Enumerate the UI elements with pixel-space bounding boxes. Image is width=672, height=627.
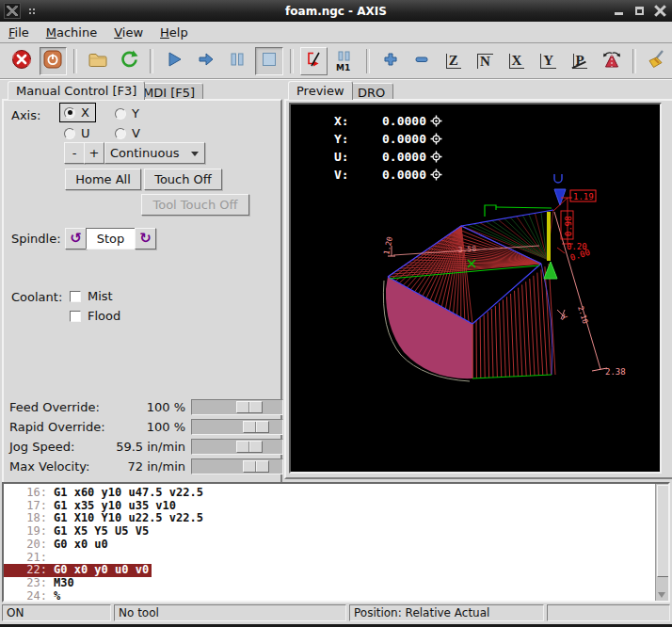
- gcode-line[interactable]: 24:%: [4, 590, 63, 603]
- axis-radio-u[interactable]: U: [64, 126, 90, 140]
- gcode-line[interactable]: 16:G1 x60 y10 u47.5 v22.5: [4, 487, 206, 500]
- view-perspective-button[interactable]: P: [566, 47, 594, 75]
- radio-indicator: [115, 108, 126, 120]
- slider-thumb[interactable]: [236, 401, 263, 413]
- view-perspective-icon: P: [573, 54, 587, 69]
- menu-file[interactable]: File: [0, 24, 38, 41]
- pause-button[interactable]: [224, 47, 252, 75]
- homed-crosshair-icon: [430, 169, 442, 181]
- view-y-button[interactable]: Y: [535, 47, 563, 75]
- jog-plus-button[interactable]: +: [84, 142, 104, 164]
- slider-thumb[interactable]: [243, 421, 269, 433]
- reload-icon: [120, 49, 140, 73]
- scrollbar-down-arrow[interactable]: [658, 592, 665, 598]
- max-velocity-slider[interactable]: [191, 458, 283, 474]
- home-all-button[interactable]: Home All: [65, 169, 141, 190]
- gcode-line[interactable]: 17:G1 x35 y10 u35 v10: [4, 500, 179, 513]
- stop-button[interactable]: [255, 47, 283, 75]
- dim-label-119: 1.19: [573, 192, 594, 201]
- status-machine-state: ON: [2, 604, 111, 621]
- slider-thumb[interactable]: [236, 441, 263, 453]
- axis-radio-x[interactable]: X: [60, 104, 95, 121]
- preview-canvas[interactable]: 1.19 0.98 0.20 0.00 1.20 3.58 2.16 2.38 …: [289, 103, 662, 474]
- estop-button[interactable]: [8, 47, 36, 75]
- flood-checkbox[interactable]: Flood: [70, 309, 120, 323]
- run-button[interactable]: [160, 47, 188, 75]
- run-step-button[interactable]: [192, 47, 220, 75]
- menu-help[interactable]: Help: [152, 24, 197, 41]
- manual-control-panel: Axis: X Y U V - + Continuous Home All To…: [2, 99, 282, 484]
- optional-pause-button[interactable]: M1: [331, 47, 360, 75]
- checkbox-indicator: [70, 291, 81, 302]
- reload-button[interactable]: [116, 47, 144, 75]
- estop-icon: [11, 49, 32, 73]
- open-file-button[interactable]: [84, 47, 112, 75]
- gcode-line[interactable]: 21:: [4, 552, 56, 565]
- gcode-listing[interactable]: 16:G1 x60 y10 u47.5 v22.5 17:G1 x35 y10 …: [2, 482, 670, 603]
- spindle-stop-button[interactable]: Stop: [86, 228, 136, 249]
- menu-machine[interactable]: Machine: [38, 24, 105, 41]
- maximize-button[interactable]: [633, 5, 646, 17]
- rapid-override-slider[interactable]: [191, 419, 283, 435]
- tab-manual-control[interactable]: Manual Control [F3]: [8, 81, 145, 100]
- status-position-mode: Position: Relative Actual: [349, 604, 544, 621]
- feed-override-slider[interactable]: [191, 399, 283, 415]
- scrollbar-thumb[interactable]: [657, 485, 669, 577]
- skip-lines-icon: [303, 50, 324, 72]
- toolbar-separator: [150, 49, 153, 73]
- folder-icon: [88, 50, 108, 72]
- spindle-cw-button[interactable]: ↻: [135, 228, 156, 249]
- titlebar[interactable]: foam.ngc - AXIS: [0, 0, 672, 22]
- close-button[interactable]: [654, 5, 666, 17]
- jog-increment-dropdown[interactable]: Continuous: [104, 142, 205, 164]
- broom-icon: [646, 49, 666, 73]
- gcode-line[interactable]: 20:G0 x0 u0: [4, 539, 111, 552]
- view-z-button[interactable]: Z: [440, 47, 468, 75]
- clear-plot-button[interactable]: [643, 47, 671, 75]
- spindle-ccw-button[interactable]: ↺: [65, 228, 87, 249]
- view-z2-button[interactable]: N: [472, 47, 500, 75]
- max-velocity-row: Max Velocity: 72 in/min: [4, 458, 280, 474]
- view-x-icon: X: [509, 54, 525, 69]
- rapid-override-row: Rapid Override: 100 %: [4, 419, 280, 435]
- gcode-line-active[interactable]: 22:G0 x0 y0 u0 v0: [4, 564, 152, 577]
- gcode-scrollbar[interactable]: [655, 484, 668, 601]
- menu-view[interactable]: View: [105, 24, 152, 41]
- spindle-ccw-icon: ↺: [70, 232, 82, 246]
- rotate-view-button[interactable]: [598, 47, 626, 75]
- gcode-line[interactable]: 18:G1 X10 Y10 u22.5 v22.5: [4, 512, 206, 525]
- dim-label-098: 0.98: [564, 216, 573, 236]
- minimize-button[interactable]: [613, 5, 625, 17]
- pause-icon: [228, 50, 247, 72]
- tab-preview[interactable]: Preview: [288, 81, 353, 100]
- homed-crosshair-icon: [430, 133, 442, 145]
- dro-readout: X:0.0000 Y:0.0000 U:0.0000 V:0.0000: [334, 112, 442, 184]
- axis-radio-v[interactable]: V: [115, 126, 140, 140]
- machine-power-button[interactable]: [40, 47, 68, 75]
- zoom-in-button[interactable]: [376, 47, 405, 75]
- tool-touch-off-button[interactable]: Tool Touch Off: [141, 194, 249, 216]
- dim-label-120: 1.20: [382, 236, 394, 256]
- gcode-line[interactable]: 19:G1 X5 Y5 U5 V5: [4, 525, 152, 539]
- dro-row-v: V:0.0000: [334, 166, 442, 184]
- left-notebook-tabs: Manual Control [F3] MDI [F5]: [2, 81, 282, 99]
- view-y-icon: Y: [540, 54, 556, 69]
- touch-off-button[interactable]: Touch Off: [144, 169, 222, 190]
- optional-pause-icon: M1: [335, 50, 356, 72]
- view-x-button[interactable]: X: [503, 47, 531, 75]
- jog-speed-slider[interactable]: [191, 439, 283, 455]
- preview-notebook-tabs: Preview DRO: [286, 81, 670, 99]
- machine-power-icon: [42, 49, 63, 73]
- axis-radio-y[interactable]: Y: [115, 106, 139, 121]
- menubar: File Machine View Help: [0, 22, 672, 43]
- zoom-out-button[interactable]: [408, 47, 436, 75]
- skip-lines-button[interactable]: [300, 47, 328, 75]
- dro-row-x: X:0.0000: [334, 112, 442, 130]
- mist-checkbox[interactable]: Mist: [70, 289, 113, 303]
- toolbar-separator: [290, 49, 294, 73]
- slider-thumb[interactable]: [243, 460, 269, 473]
- jog-minus-button[interactable]: -: [64, 142, 85, 164]
- dim-label-358: 3.58: [458, 245, 477, 254]
- radio-indicator: [115, 128, 126, 139]
- gcode-line[interactable]: 23:M30: [4, 577, 77, 590]
